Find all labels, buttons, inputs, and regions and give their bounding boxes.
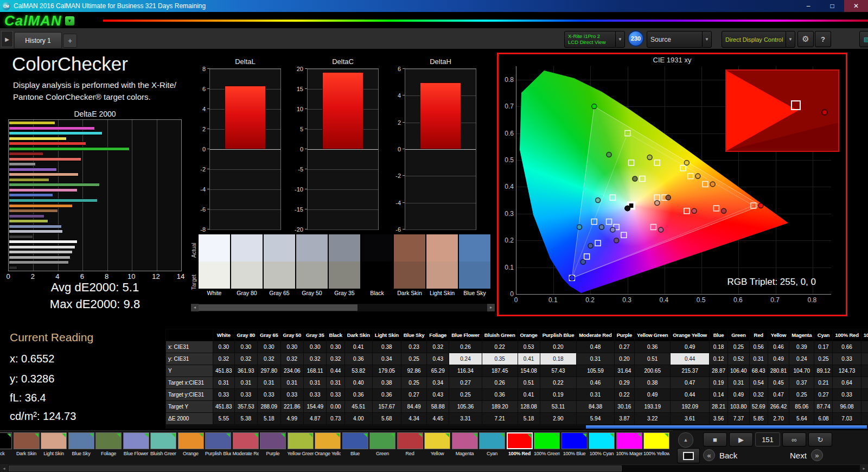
table-cell: 57.43 bbox=[540, 365, 577, 377]
patch-tile-blue[interactable]: Blue bbox=[342, 432, 368, 456]
patch-label: Blue bbox=[342, 451, 368, 456]
tick-mark bbox=[403, 229, 405, 229]
patch-tile-100-red[interactable]: 100% Red bbox=[507, 432, 533, 456]
patch-tile-blue-sky[interactable]: Blue Sky bbox=[68, 432, 94, 456]
patch-tile-orange[interactable]: Orange bbox=[178, 432, 204, 456]
source-dropdown[interactable]: Source ▼ bbox=[647, 31, 712, 48]
maximize-button[interactable]: □ bbox=[820, 0, 844, 12]
table-scrollbar[interactable] bbox=[165, 425, 868, 429]
table-cell: 0.49 bbox=[728, 389, 750, 401]
patch-tile-dark-skin[interactable]: Dark Skin bbox=[14, 432, 40, 456]
close-button[interactable]: ✕ bbox=[844, 0, 868, 12]
patch-tile-purplish-blue[interactable]: Purplish Blue bbox=[205, 432, 231, 456]
table-cell: 4.34 bbox=[401, 413, 427, 425]
table-cell: 0.36 bbox=[635, 341, 671, 353]
patch-tile-moderate-red[interactable]: Moderate Red bbox=[233, 432, 259, 456]
patch-tile-100-magenta[interactable]: 100% Magenta bbox=[616, 432, 642, 456]
patch-tile-cyan[interactable]: Cyan bbox=[479, 432, 505, 456]
patch-swatch bbox=[41, 432, 67, 449]
patch-tile-bluish-green[interactable]: Bluish Green bbox=[150, 432, 176, 456]
panel-arrow-button[interactable]: ▶ bbox=[1, 31, 13, 47]
column-header: Moderate Red bbox=[577, 329, 614, 341]
patch-tile-green[interactable]: Green bbox=[369, 432, 395, 456]
patch-tile-foliage[interactable]: Foliage bbox=[95, 432, 122, 456]
patch-tiles: BlackDark SkinLight SkinBlue SkyFoliageB… bbox=[0, 432, 669, 456]
patch-tile-yellow-green[interactable]: Yellow Green bbox=[288, 432, 314, 456]
minimize-button[interactable]: – bbox=[796, 0, 820, 12]
meter-mode: LCD Direct View bbox=[568, 40, 612, 46]
tab-history-1[interactable]: History 1 bbox=[14, 32, 62, 49]
patch-tile-blue-flower[interactable]: Blue Flower bbox=[123, 432, 149, 456]
play-icon: ▶ bbox=[738, 436, 744, 444]
meter-dropdown[interactable]: X-Rite i1Pro 2 LCD Direct View ▼ bbox=[564, 31, 625, 48]
scroll-left-icon[interactable]: ◂ bbox=[191, 304, 199, 311]
table-cell: 0.36 bbox=[482, 389, 518, 401]
table-cell: 0.49 bbox=[671, 341, 710, 353]
window-scrollbar[interactable]: ◂ ▸ bbox=[0, 464, 868, 472]
check-mark-icon bbox=[665, 433, 668, 437]
table-cell: 4.45 bbox=[427, 413, 449, 425]
table-cell: 0.31 bbox=[304, 377, 327, 389]
display-pattern-button[interactable] bbox=[677, 448, 700, 463]
chevron-down-icon[interactable]: ▼ bbox=[786, 31, 795, 47]
deltae-bar bbox=[9, 229, 63, 233]
row-label: ΔE 2000 bbox=[166, 413, 213, 425]
window-scrollbar-thumb[interactable] bbox=[9, 465, 622, 471]
logo-dropdown-icon[interactable]: ▼ bbox=[65, 16, 74, 25]
patch-tile-orange-yellow[interactable]: Orange Yellow bbox=[315, 432, 341, 456]
measured-point-magenta bbox=[659, 227, 663, 232]
scroll-left-icon[interactable]: ◂ bbox=[0, 465, 8, 472]
tick-mark bbox=[403, 68, 405, 69]
table-cell: 323.13 bbox=[861, 401, 868, 413]
patch-swatch bbox=[589, 432, 615, 449]
deltae-bar-row bbox=[9, 266, 181, 270]
patch-tile-100-cyan[interactable]: 100% Cyan bbox=[589, 432, 615, 456]
patch-tile-100-green[interactable]: 100% Green bbox=[534, 432, 560, 456]
gridline bbox=[308, 169, 378, 170]
continuous-read-button[interactable]: ∞ bbox=[782, 432, 806, 447]
calman-logo[interactable]: CalMAN ▼ bbox=[4, 12, 74, 29]
table-cell: 0.24 bbox=[449, 353, 482, 365]
toolbar-cut-button[interactable]: ▧ bbox=[859, 31, 868, 47]
patch-tile-black[interactable]: Black bbox=[0, 432, 12, 456]
play-button[interactable]: ▶ bbox=[729, 432, 753, 447]
patch-tile-100-blue[interactable]: 100% Blue bbox=[561, 432, 588, 456]
deltae-bar-row bbox=[9, 137, 181, 141]
patch-tile-red[interactable]: Red bbox=[397, 432, 423, 456]
measured-point-blue bbox=[580, 259, 585, 264]
stop-button[interactable]: ■ bbox=[703, 432, 727, 447]
scroll-right-icon[interactable]: ▸ bbox=[860, 465, 868, 472]
table-cell: 0.25 bbox=[789, 389, 814, 401]
patch-tile-magenta[interactable]: Magenta bbox=[452, 432, 478, 456]
table-scrollbar-thumb[interactable] bbox=[586, 425, 867, 429]
table-cell: 0.64 bbox=[833, 377, 861, 389]
table-cell: 0.33 bbox=[327, 389, 344, 401]
scroll-right-icon[interactable]: ▸ bbox=[487, 304, 495, 311]
patch-tile-purple[interactable]: Purple bbox=[260, 432, 286, 456]
chevron-down-icon[interactable]: ▼ bbox=[615, 31, 624, 47]
scrollbar-thumb[interactable] bbox=[199, 304, 358, 311]
add-tab-button[interactable]: + bbox=[63, 34, 77, 48]
back-button[interactable]: « Back bbox=[703, 448, 737, 462]
patch-tile-100-yellow[interactable]: 100% Yellow bbox=[643, 432, 669, 456]
next-button[interactable]: Next » bbox=[790, 448, 823, 462]
deltae-bar bbox=[9, 250, 73, 254]
help-button[interactable]: ? bbox=[815, 31, 831, 47]
refresh-button[interactable]: ↻ bbox=[808, 432, 832, 447]
settings-button[interactable]: ⚙ bbox=[797, 31, 814, 47]
table-cell: 0.30 bbox=[327, 341, 344, 353]
table-cell: 3.31 bbox=[449, 413, 482, 425]
patch-tile-yellow[interactable]: Yellow bbox=[424, 432, 450, 456]
display-control-dropdown[interactable]: Direct Display Control ▼ bbox=[722, 31, 795, 48]
collapse-panel-button[interactable]: ▲ bbox=[678, 432, 693, 448]
swatch-label: White bbox=[199, 289, 230, 298]
swatch-compare-scrollbar[interactable]: ◂ ▸ bbox=[191, 304, 495, 311]
table-row: Target y:CIE310.330.330.330.330.330.330.… bbox=[166, 389, 868, 401]
patch-tile-light-skin[interactable]: Light Skin bbox=[41, 432, 67, 456]
deltae-bar-row bbox=[9, 193, 181, 197]
check-mark-icon bbox=[90, 433, 93, 437]
scrollbar-track[interactable] bbox=[199, 304, 487, 311]
x-tick-label: 0.4 bbox=[660, 296, 669, 304]
table-cell: 0.31 bbox=[749, 353, 768, 365]
chevron-down-icon[interactable]: ▼ bbox=[702, 31, 711, 47]
